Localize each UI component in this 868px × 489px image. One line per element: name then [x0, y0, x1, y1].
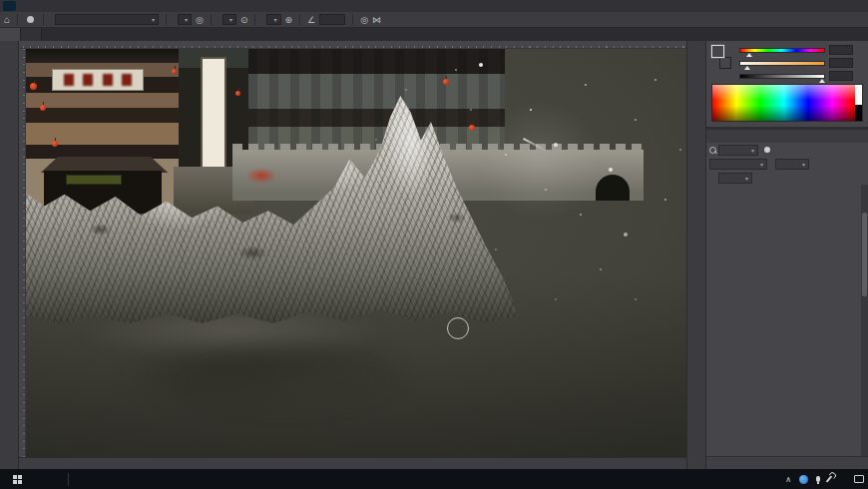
canvas[interactable] — [26, 49, 686, 457]
brightness-value-input[interactable] — [829, 71, 853, 81]
filter-toggle[interactable] — [764, 147, 770, 153]
pressure-opacity-icon[interactable]: ◎ — [196, 15, 204, 25]
pressure-size-icon[interactable]: ◎ — [360, 15, 368, 25]
microphone-icon[interactable] — [816, 476, 820, 482]
saturation-slider[interactable] — [739, 61, 825, 66]
scrollbar-thumb[interactable] — [862, 213, 867, 296]
lantern — [443, 79, 449, 85]
cloud-app-icon[interactable] — [799, 475, 808, 484]
flow-dropdown[interactable]: ▾ — [222, 14, 236, 25]
background-color-swatch[interactable] — [719, 57, 731, 69]
smoothing-dropdown[interactable]: ▾ — [266, 14, 280, 25]
home-icon[interactable]: ⌂ — [4, 14, 10, 25]
fill-input[interactable]: ▾ — [718, 173, 752, 184]
document-tab-inactive[interactable] — [21, 28, 42, 41]
color-swatches[interactable] — [711, 45, 733, 69]
tool-bar — [0, 41, 19, 469]
hue-slider[interactable] — [739, 48, 825, 53]
building-sign — [52, 69, 144, 91]
windows-taskbar: ∧ — [0, 469, 868, 489]
tray-expand-icon[interactable]: ∧ — [785, 475, 791, 484]
symmetry-icon[interactable]: ⋈ — [372, 15, 381, 25]
windows-logo-icon — [13, 475, 22, 484]
blend-row: ▾ ▾ — [706, 157, 868, 171]
chevron-down-icon: ▾ — [229, 16, 232, 23]
brush-cursor — [447, 317, 469, 339]
filter-kind-dropdown[interactable]: ▾ — [718, 145, 758, 156]
layer-filter-row: ▾ — [706, 143, 868, 157]
layers-scrollbar[interactable] — [861, 185, 868, 456]
options-bar: ⌂ ▾ ▾ ◎ ▾ ⊙ ▾ ⊛ ∠ ◎ ⋈ — [0, 12, 868, 28]
lantern — [40, 105, 46, 111]
photoshop-window: ⌂ ▾ ▾ ◎ ▾ ⊙ ▾ ⊛ ∠ ◎ ⋈ — [0, 0, 868, 489]
vertical-banner-sign — [201, 57, 226, 169]
layers-panel-tabs — [706, 130, 868, 143]
document-tab-active[interactable] — [0, 28, 21, 41]
layers-panel: ▾ ▾ ▾ ▾ — [706, 130, 868, 469]
color-panel — [706, 41, 868, 127]
blend-mode-dropdown[interactable]: ▾ — [55, 14, 159, 25]
workspace: ▾ ▾ ▾ ▾ — [0, 41, 868, 469]
brush-angle-input[interactable] — [319, 14, 345, 25]
menu-bar — [0, 0, 868, 12]
layer-opacity-input[interactable]: ▾ — [775, 159, 809, 170]
system-tray: ∧ — [785, 469, 864, 489]
horizontal-ruler[interactable] — [19, 41, 686, 49]
lock-row: ▾ — [706, 171, 868, 185]
snow-particles — [26, 49, 28, 51]
lantern — [30, 83, 37, 90]
canvas-column — [19, 41, 686, 469]
brush-angle-icon: ∠ — [307, 15, 315, 25]
brush-tip-icon — [27, 16, 34, 23]
saturation-value-input[interactable] — [829, 58, 853, 68]
hue-slider-knob[interactable] — [746, 53, 752, 57]
document-tab-bar — [0, 28, 868, 41]
saturation-slider-knob[interactable] — [744, 66, 750, 70]
color-spectrum-ramp[interactable] — [711, 84, 863, 122]
start-button[interactable] — [0, 469, 34, 489]
brightness-slider[interactable] — [739, 74, 825, 79]
notification-icon[interactable] — [854, 475, 864, 483]
search-icon — [709, 147, 716, 154]
hue-value-input[interactable] — [829, 45, 853, 55]
right-panels: ▾ ▾ ▾ ▾ — [706, 41, 868, 469]
brightness-slider-knob[interactable] — [819, 79, 825, 83]
lantern — [172, 69, 177, 74]
lantern — [469, 125, 475, 131]
collapsed-panel-strip — [686, 41, 706, 469]
chevron-down-icon: ▾ — [185, 16, 188, 23]
smoothing-options-gear-icon[interactable]: ⊛ — [285, 15, 293, 25]
chevron-down-icon: ▾ — [273, 16, 276, 23]
chevron-down-icon: ▾ — [152, 16, 155, 23]
tool-icon[interactable] — [826, 475, 833, 482]
airbrush-icon[interactable]: ⊙ — [240, 15, 248, 25]
door-plaque — [66, 175, 122, 185]
lantern — [235, 91, 240, 96]
foreground-color-swatch[interactable] — [711, 45, 724, 58]
vertical-ruler[interactable] — [19, 49, 26, 457]
reflection — [176, 348, 395, 418]
window-controls — [836, 0, 864, 12]
lantern — [52, 141, 58, 147]
brush-preset-picker[interactable] — [27, 16, 34, 24]
opacity-dropdown[interactable]: ▾ — [178, 14, 192, 25]
layer-blend-mode-dropdown[interactable]: ▾ — [709, 159, 767, 170]
status-bar — [19, 457, 686, 469]
layer-list — [706, 185, 868, 456]
layers-bottom-bar — [706, 456, 868, 469]
fog — [480, 101, 600, 221]
photoshop-logo-icon — [3, 1, 16, 11]
